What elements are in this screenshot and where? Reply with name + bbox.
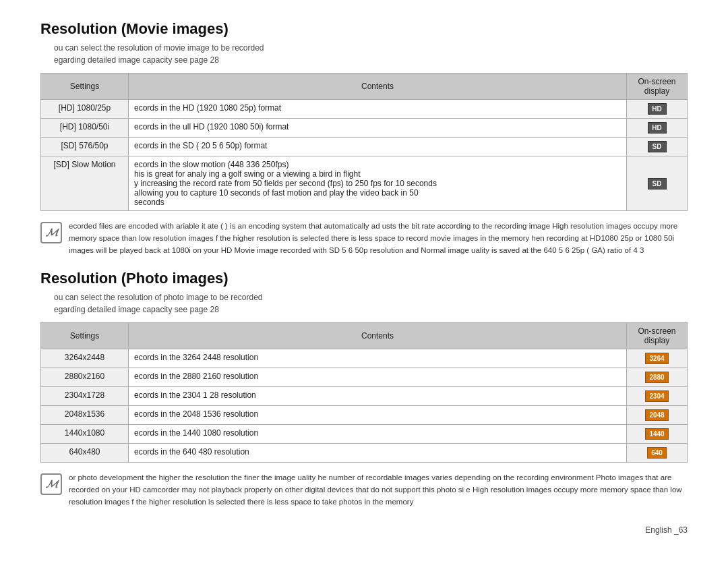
photo-content-cell: ecords in the 2880 2160 resolution [129, 368, 627, 387]
photo-title: Resolution (Photo images) [40, 270, 688, 287]
movie-col-display: On-screendisplay [627, 74, 688, 100]
photo-setting-cell: 1440x1080 [41, 425, 129, 444]
photo-table-row: 3264x2448ecords in the 3264 2448 resolut… [41, 349, 688, 368]
photo-table-row: 2880x2160ecords in the 2880 2160 resolut… [41, 368, 688, 387]
photo-section: Resolution (Photo images) ou can select … [40, 270, 688, 508]
movie-content-cell: ecords in the SD ( 20 5 6 50p) format [129, 138, 627, 156]
movie-title: Resolution (Movie images) [40, 20, 688, 38]
photo-table-row: 640x480ecords in the 640 480 resolution6… [41, 444, 688, 463]
photo-display-cell: 2304 [627, 387, 688, 406]
movie-table-row: [SD] Slow Motionecords in the slow motio… [41, 156, 688, 211]
photo-subtitle: ou can select the resolution of photo im… [54, 291, 688, 316]
movie-table-row: [HD] 1080/50iecords in the ull HD (1920 … [41, 119, 688, 138]
movie-display-cell: SD [627, 156, 688, 211]
photo-note-text: or photo development the higher the reso… [69, 472, 688, 508]
photo-table-row: 2304x1728ecords in the 2304 1 28 resolut… [41, 387, 688, 406]
photo-display-cell: 2048 [627, 406, 688, 425]
photo-table-row: 2048x1536ecords in the 2048 1536 resolut… [41, 406, 688, 425]
movie-table-row: [SD] 576/50pecords in the SD ( 20 5 6 50… [41, 138, 688, 156]
photo-note-icon: 𝓜 [40, 473, 62, 495]
movie-section: Resolution (Movie images) ou can select … [40, 20, 688, 256]
photo-content-cell: ecords in the 3264 2448 resolution [129, 349, 627, 368]
photo-col-display: On-screendisplay [627, 323, 688, 349]
movie-content-cell: ecords in the ull HD (1920 1080 50i) for… [129, 119, 627, 138]
movie-setting-cell: [SD] 576/50p [41, 138, 129, 156]
movie-table: Settings Contents On-screendisplay [HD] … [40, 73, 688, 211]
photo-col-contents: Contents [129, 323, 627, 349]
movie-display-cell: SD [627, 138, 688, 156]
movie-content-cell: ecords in the slow motion (448 336 250fp… [129, 156, 627, 211]
photo-table: Settings Contents On-screendisplay 3264x… [40, 322, 688, 463]
photo-setting-cell: 2880x2160 [41, 368, 129, 387]
photo-content-cell: ecords in the 2304 1 28 resolution [129, 387, 627, 406]
photo-note-box: 𝓜 or photo development the higher the re… [40, 472, 688, 508]
photo-display-cell: 3264 [627, 349, 688, 368]
movie-content-cell: ecords in the HD (1920 1080 25p) format [129, 100, 627, 119]
photo-setting-cell: 3264x2448 [41, 349, 129, 368]
movie-display-cell: HD [627, 119, 688, 138]
photo-display-cell: 2880 [627, 368, 688, 387]
movie-note-box: 𝓜 ecorded files are encoded with ariable… [40, 221, 688, 256]
movie-setting-cell: [HD] 1080/50i [41, 119, 129, 138]
photo-col-settings: Settings [41, 323, 129, 349]
photo-content-cell: ecords in the 1440 1080 resolution [129, 425, 627, 444]
movie-table-row: [HD] 1080/25pecords in the HD (1920 1080… [41, 100, 688, 119]
movie-display-cell: HD [627, 100, 688, 119]
page-footer: English _63 [40, 522, 688, 535]
photo-setting-cell: 640x480 [41, 444, 129, 463]
photo-table-row: 1440x1080ecords in the 1440 1080 resolut… [41, 425, 688, 444]
movie-subtitle: ou can select the resolution of movie im… [54, 42, 688, 66]
photo-setting-cell: 2048x1536 [41, 406, 129, 425]
photo-content-cell: ecords in the 640 480 resolution [129, 444, 627, 463]
footer-text: English _63 [645, 525, 688, 535]
photo-display-cell: 1440 [627, 425, 688, 444]
movie-setting-cell: [SD] Slow Motion [41, 156, 129, 211]
movie-col-settings: Settings [41, 74, 129, 100]
photo-setting-cell: 2304x1728 [41, 387, 129, 406]
photo-content-cell: ecords in the 2048 1536 resolution [129, 406, 627, 425]
movie-setting-cell: [HD] 1080/25p [41, 100, 129, 119]
movie-col-contents: Contents [129, 74, 627, 100]
movie-note-icon: 𝓜 [40, 222, 62, 243]
movie-note-text: ecorded files are encoded with ariable i… [69, 221, 688, 256]
photo-display-cell: 640 [627, 444, 688, 463]
